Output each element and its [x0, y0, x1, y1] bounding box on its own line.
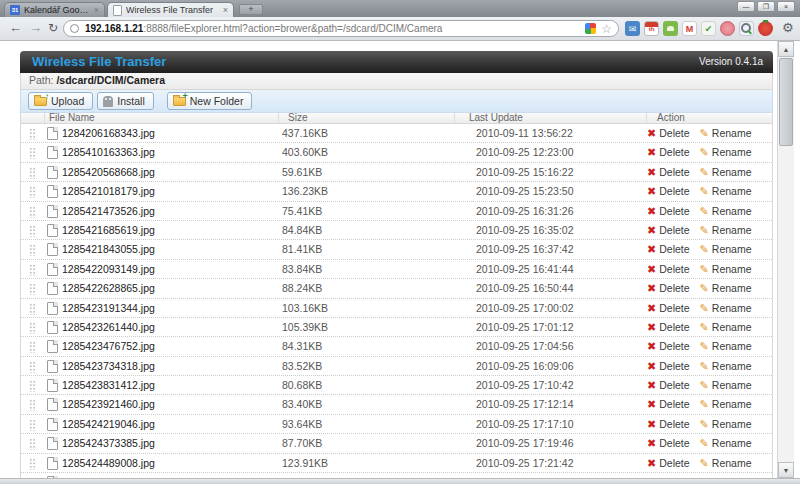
- rename-pencil-icon[interactable]: ✎: [700, 357, 709, 376]
- drag-handle-icon[interactable]: [29, 322, 36, 334]
- rename-link[interactable]: Rename: [712, 318, 752, 337]
- file-name-link[interactable]: 1285421473526.jpg: [62, 202, 155, 221]
- rename-link[interactable]: Rename: [712, 124, 752, 143]
- tab-kalendar-google[interactable]: 31 Kalendář Google ×: [4, 2, 105, 17]
- delete-link[interactable]: Delete: [659, 415, 689, 434]
- rename-pencil-icon[interactable]: ✎: [700, 240, 709, 259]
- new-folder-button[interactable]: New Folder: [167, 92, 253, 110]
- drag-handle-icon[interactable]: [29, 341, 36, 353]
- delete-link[interactable]: Delete: [659, 221, 689, 240]
- drag-handle-icon[interactable]: [29, 303, 36, 315]
- rename-pencil-icon[interactable]: ✎: [700, 454, 709, 473]
- check-extension-icon[interactable]: ✔: [701, 21, 716, 36]
- rename-link[interactable]: Rename: [712, 434, 752, 453]
- reload-button[interactable]: ↻: [48, 20, 58, 36]
- back-button[interactable]: ←: [9, 20, 22, 36]
- delete-icon[interactable]: ✖: [647, 163, 656, 182]
- drag-handle-icon[interactable]: [29, 167, 36, 179]
- rename-link[interactable]: Rename: [712, 299, 752, 318]
- file-name-link[interactable]: 1285422093149.jpg: [62, 260, 155, 279]
- drag-handle-icon[interactable]: [29, 361, 36, 373]
- restore-button[interactable]: ❐: [757, 1, 775, 12]
- file-name-link[interactable]: 1285424373385.jpg: [62, 434, 155, 453]
- delete-link[interactable]: Delete: [659, 143, 689, 162]
- close-button[interactable]: ×: [777, 1, 795, 12]
- drag-handle-icon[interactable]: [29, 438, 36, 450]
- delete-link[interactable]: Delete: [659, 124, 689, 143]
- file-name-link[interactable]: 1285423261440.jpg: [62, 318, 155, 337]
- drag-handle-icon[interactable]: [29, 128, 36, 140]
- delete-icon[interactable]: ✖: [647, 202, 656, 221]
- rename-link[interactable]: Rename: [712, 260, 752, 279]
- address-bar[interactable]: 192.168.1.21:8888/fileExplorer.html?acti…: [63, 20, 619, 37]
- delete-icon[interactable]: ✖: [647, 143, 656, 162]
- scroll-up-icon[interactable]: ▲: [778, 41, 794, 57]
- delete-icon[interactable]: ✖: [647, 279, 656, 298]
- gmail-extension-icon[interactable]: M: [682, 21, 697, 36]
- delete-icon[interactable]: ✖: [647, 240, 656, 259]
- drag-handle-icon[interactable]: [29, 399, 36, 411]
- file-name-link[interactable]: 1285423476752.jpg: [62, 337, 155, 356]
- drag-handle-icon[interactable]: [29, 458, 36, 470]
- tab-wireless-file-transfer[interactable]: Wireless File Transfer ×: [107, 2, 234, 17]
- forward-button[interactable]: →: [29, 20, 42, 36]
- delete-icon[interactable]: ✖: [647, 357, 656, 376]
- delete-link[interactable]: Delete: [659, 299, 689, 318]
- rename-pencil-icon[interactable]: ✎: [700, 395, 709, 414]
- file-name-link[interactable]: 1285410163363.jpg: [62, 143, 155, 162]
- rename-link[interactable]: Rename: [712, 143, 752, 162]
- drag-handle-icon[interactable]: [29, 186, 36, 198]
- rename-pencil-icon[interactable]: ✎: [700, 279, 709, 298]
- delete-link[interactable]: Delete: [659, 163, 689, 182]
- file-name-link[interactable]: 1284206168343.jpg: [62, 124, 155, 143]
- drag-handle-icon[interactable]: [29, 206, 36, 218]
- drag-handle-icon[interactable]: [29, 380, 36, 392]
- delete-link[interactable]: Delete: [659, 395, 689, 414]
- horizontal-scrollbar[interactable]: [0, 478, 800, 484]
- vertical-scrollbar[interactable]: ▲ ▼: [777, 41, 794, 478]
- delete-icon[interactable]: ✖: [647, 376, 656, 395]
- rename-link[interactable]: Rename: [712, 163, 752, 182]
- page-action-icon[interactable]: [585, 23, 596, 34]
- rename-pencil-icon[interactable]: ✎: [700, 337, 709, 356]
- file-name-link[interactable]: 1285421018179.jpg: [62, 182, 155, 201]
- close-tab-icon[interactable]: ×: [94, 6, 99, 15]
- rename-pencil-icon[interactable]: ✎: [700, 143, 709, 162]
- file-name-link[interactable]: 1285424489008.jpg: [62, 454, 155, 473]
- file-name-link[interactable]: 1285424219046.jpg: [62, 415, 155, 434]
- scrollbar-thumb[interactable]: [779, 58, 793, 146]
- rename-link[interactable]: Rename: [712, 376, 752, 395]
- delete-icon[interactable]: ✖: [647, 221, 656, 240]
- android-extension-icon[interactable]: [663, 21, 678, 36]
- drag-handle-icon[interactable]: [29, 264, 36, 276]
- rename-link[interactable]: Rename: [712, 454, 752, 473]
- new-tab-button[interactable]: +: [239, 4, 263, 15]
- file-name-link[interactable]: 1285423831412.jpg: [62, 376, 155, 395]
- scroll-down-icon[interactable]: ▼: [778, 462, 794, 478]
- rename-pencil-icon[interactable]: ✎: [700, 182, 709, 201]
- mail-extension-icon[interactable]: ✉: [625, 21, 640, 36]
- delete-icon[interactable]: ✖: [647, 434, 656, 453]
- rename-pencil-icon[interactable]: ✎: [700, 415, 709, 434]
- delete-icon[interactable]: ✖: [647, 299, 656, 318]
- bookmark-star-icon[interactable]: ☆: [601, 23, 612, 35]
- rename-link[interactable]: Rename: [712, 395, 752, 414]
- rename-pencil-icon[interactable]: ✎: [700, 434, 709, 453]
- rename-link[interactable]: Rename: [712, 279, 752, 298]
- file-name-link[interactable]: 1285420568668.jpg: [62, 163, 155, 182]
- delete-icon[interactable]: ✖: [647, 337, 656, 356]
- delete-link[interactable]: Delete: [659, 357, 689, 376]
- rename-link[interactable]: Rename: [712, 415, 752, 434]
- drag-handle-icon[interactable]: [29, 147, 36, 159]
- delete-link[interactable]: Delete: [659, 202, 689, 221]
- rename-pencil-icon[interactable]: ✎: [700, 163, 709, 182]
- file-name-link[interactable]: 1285421685619.jpg: [62, 221, 155, 240]
- file-name-link[interactable]: 1285423734318.jpg: [62, 357, 155, 376]
- delete-link[interactable]: Delete: [659, 182, 689, 201]
- close-tab-icon[interactable]: ×: [223, 6, 228, 15]
- rename-link[interactable]: Rename: [712, 337, 752, 356]
- delete-link[interactable]: Delete: [659, 376, 689, 395]
- install-button[interactable]: Install: [97, 92, 153, 110]
- wrench-menu-icon[interactable]: ⚙: [782, 20, 794, 35]
- delete-link[interactable]: Delete: [659, 240, 689, 259]
